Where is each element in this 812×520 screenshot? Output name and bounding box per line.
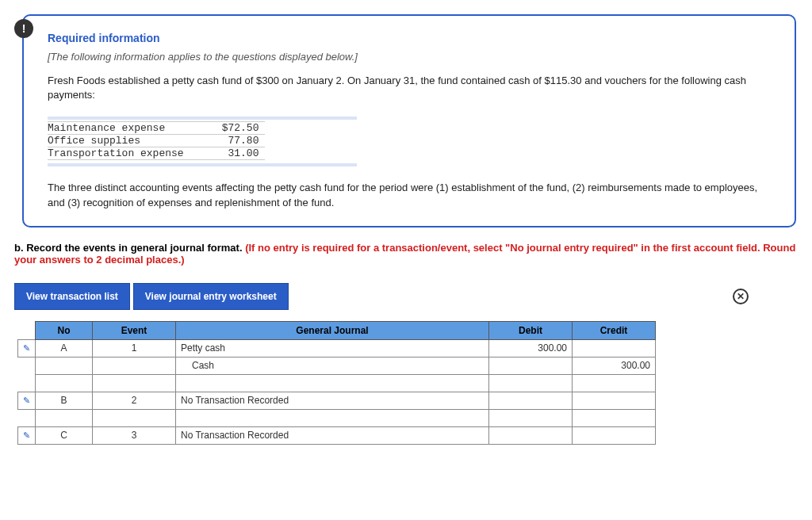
cell-no[interactable]: A [36, 339, 93, 357]
alert-badge: ! [14, 19, 33, 38]
voucher-label: Office supplies [48, 135, 190, 147]
alert-icon: ! [22, 22, 26, 35]
cell-no[interactable]: C [36, 426, 93, 444]
pencil-icon: ✎ [23, 396, 30, 405]
header-credit: Credit [573, 321, 656, 339]
header-general-journal: General Journal [176, 321, 489, 339]
cell-no[interactable]: B [36, 392, 93, 409]
voucher-amount: $72.50 [190, 122, 266, 135]
cell-credit[interactable]: 300.00 [573, 357, 656, 374]
cell-credit[interactable] [573, 392, 656, 409]
pencil-icon: ✎ [23, 430, 30, 440]
voucher-label: Maintenance expense [48, 122, 190, 135]
edit-row-button[interactable]: ✎ [18, 426, 36, 444]
voucher-amount: 77.80 [190, 135, 266, 147]
required-info-box: Required information [The following info… [22, 14, 796, 228]
table-row: Cash300.00 [18, 357, 656, 374]
table-row [18, 409, 656, 426]
info-title: Required information [48, 32, 771, 44]
cell-debit[interactable]: 300.00 [489, 339, 573, 357]
cell-event[interactable]: 1 [93, 339, 176, 357]
info-body-2: The three distinct accounting events aff… [48, 181, 771, 209]
voucher-label: Transportation expense [48, 147, 190, 160]
cell-no[interactable] [36, 374, 93, 392]
question-text: b. Record the events in general journal … [14, 242, 804, 266]
cell-debit[interactable] [489, 409, 573, 426]
cell-general-journal[interactable]: No Transaction Recorded [176, 426, 489, 444]
cell-event[interactable] [93, 409, 176, 426]
cell-general-journal[interactable] [176, 409, 489, 426]
info-body-1: Fresh Foods established a petty cash fun… [48, 74, 771, 102]
cell-event[interactable] [93, 374, 176, 392]
cell-general-journal[interactable]: Cash [176, 357, 489, 374]
edit-row-button[interactable]: ✎ [18, 392, 36, 409]
cell-credit[interactable] [573, 426, 656, 444]
table-row [18, 374, 656, 392]
cell-no[interactable] [36, 357, 93, 374]
cell-credit[interactable] [573, 339, 656, 357]
table-row: ✎C3No Transaction Recorded [18, 426, 656, 444]
table-row: ✎A1Petty cash300.00 [18, 339, 656, 357]
journal-table-wrap: No Event General Journal Debit Credit ✎A… [17, 321, 804, 445]
cell-no[interactable] [36, 409, 93, 426]
view-transaction-list-tab[interactable]: View transaction list [14, 283, 130, 310]
view-journal-worksheet-tab[interactable]: View journal entry worksheet [133, 283, 289, 310]
cell-debit[interactable] [489, 374, 573, 392]
cell-credit[interactable] [573, 374, 656, 392]
cell-event[interactable]: 3 [93, 426, 176, 444]
info-subtitle: [The following information applies to th… [48, 51, 771, 63]
cell-general-journal[interactable] [176, 374, 489, 392]
cell-general-journal[interactable]: No Transaction Recorded [176, 392, 489, 409]
header-event: Event [93, 321, 176, 339]
close-icon[interactable]: ✕ [733, 289, 749, 304]
journal-table: No Event General Journal Debit Credit ✎A… [17, 321, 656, 445]
question-part-b: b. Record the events in general journal … [14, 242, 245, 254]
header-no: No [36, 321, 93, 339]
header-debit: Debit [489, 321, 573, 339]
voucher-table: Maintenance expense$72.50 Office supplie… [48, 121, 265, 160]
cell-credit[interactable] [573, 409, 656, 426]
cell-debit[interactable] [489, 392, 573, 409]
edit-row-button[interactable]: ✎ [18, 339, 36, 357]
tabs-row: View transaction list View journal entry… [14, 283, 804, 310]
voucher-amount: 31.00 [190, 147, 266, 160]
cell-general-journal[interactable]: Petty cash [176, 339, 489, 357]
cell-debit[interactable] [489, 357, 573, 374]
table-row: ✎B2No Transaction Recorded [18, 392, 656, 409]
cell-event[interactable]: 2 [93, 392, 176, 409]
cell-event[interactable] [93, 357, 176, 374]
pencil-icon: ✎ [23, 343, 30, 353]
cell-debit[interactable] [489, 426, 573, 444]
voucher-bar-bottom [48, 163, 357, 166]
voucher-bar-top [48, 117, 357, 120]
